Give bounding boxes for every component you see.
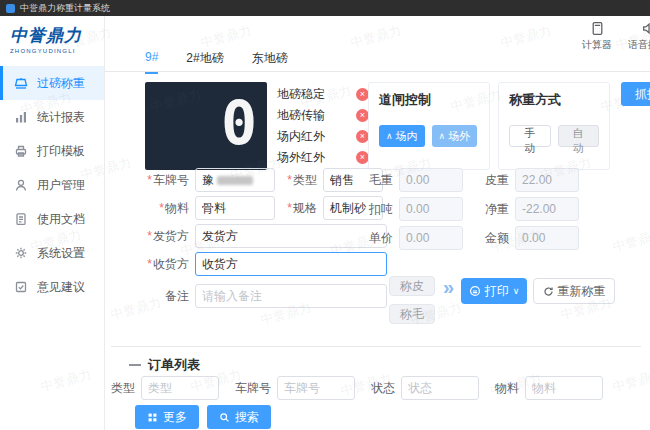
remark-input[interactable] xyxy=(195,284,387,308)
weight-values-panel: 毛重 0.00 皮重 22.00 扣吨 0.00 净重 -22.00 单价 0.… xyxy=(367,168,617,358)
weigh-gross-button[interactable]: 称毛 xyxy=(389,304,435,324)
print-icon xyxy=(469,285,481,297)
collapse-dash-icon[interactable] xyxy=(129,364,141,366)
sidebar-item-print-templates[interactable]: 打印模板 xyxy=(0,134,104,168)
device-status-list: 地磅稳定 × 地磅传输 × 场内红外 × 场外红外 × xyxy=(277,84,369,168)
feedback-icon xyxy=(14,280,28,294)
plate-masked-text xyxy=(217,176,253,185)
status-row-inside-infrared: 场内红外 × xyxy=(277,126,369,147)
sidebar-item-docs[interactable]: 使用文档 xyxy=(0,202,104,236)
calculator-tool[interactable]: 计算器 xyxy=(582,21,612,52)
weight-led-display: 0 xyxy=(145,82,267,170)
sidebar-menu: 过磅称重 统计报表 打印模板 用户管理 使用文档 系统设置 xyxy=(0,66,104,304)
gate-outside-button[interactable]: ∧ 场外 xyxy=(432,125,478,147)
weigh-mode-title: 称重方式 xyxy=(509,91,599,109)
price-value: 0.00 xyxy=(399,226,463,250)
sidebar-item-weighing[interactable]: 过磅称重 xyxy=(0,66,104,100)
window-title: 中誉鼎力称重计量系统 xyxy=(20,2,110,15)
spec-label: *规格 xyxy=(277,200,323,217)
gate-control-panel: 道闸控制 ∧ 场内 ∧ 场外 xyxy=(368,82,490,170)
orders-filters: 类型 车牌号 状态 物料 xyxy=(111,376,619,400)
orders-title: 订单列表 xyxy=(148,356,200,374)
status-row-scale-stable: 地磅稳定 × xyxy=(277,84,369,105)
filter-type-input[interactable] xyxy=(141,376,219,400)
brand-name: 中誉鼎力 xyxy=(10,24,96,47)
material-label: *物料 xyxy=(135,200,195,217)
more-button[interactable]: 更多 xyxy=(135,405,199,429)
amount-label: 金额 xyxy=(481,230,515,247)
double-chevron-icon: » xyxy=(443,276,454,299)
sidebar-item-label: 统计报表 xyxy=(37,109,85,126)
caret-down-icon: ∨ xyxy=(513,286,520,296)
chevron-up-icon: ∧ xyxy=(439,131,446,141)
plate-input[interactable]: 豫 xyxy=(195,168,275,192)
scale-icon xyxy=(14,76,28,90)
manual-mode-button[interactable]: 手动 xyxy=(509,125,551,147)
sidebar-item-reports[interactable]: 统计报表 xyxy=(0,100,104,134)
sidebar-item-user-management[interactable]: 用户管理 xyxy=(0,168,104,202)
filter-plate-input[interactable] xyxy=(277,376,355,400)
weigh-tare-button[interactable]: 称皮 xyxy=(389,276,435,296)
status-row-outside-infrared: 场外红外 × xyxy=(277,147,369,168)
main-content: 计算器 语音播报 9# 2#地磅 东地磅 0 地磅稳定 × 地磅传输 xyxy=(105,16,650,430)
orders-header: 订单列表 xyxy=(129,356,200,374)
deduct-label: 扣吨 xyxy=(367,201,399,218)
user-icon xyxy=(14,178,28,192)
sidebar-item-label: 打印模板 xyxy=(37,143,85,160)
type-label: *类型 xyxy=(277,172,323,189)
filter-plate: 车牌号 xyxy=(235,376,355,400)
brand-subtitle: ZHONGYUDINGLI xyxy=(10,48,96,54)
net-label: 净重 xyxy=(481,201,515,218)
sender-input[interactable] xyxy=(195,224,387,248)
gate-inside-button[interactable]: ∧ 场内 xyxy=(379,125,425,147)
filter-status: 状态 xyxy=(371,376,479,400)
tabs-divider xyxy=(105,71,650,72)
sidebar-item-label: 用户管理 xyxy=(37,177,85,194)
status-row-scale-transfer: 地磅传输 × xyxy=(277,105,369,126)
receiver-label: *收货方 xyxy=(135,256,195,273)
app-logo-icon xyxy=(6,4,15,13)
window-titlebar: 中誉鼎力称重计量系统 xyxy=(0,0,650,16)
amount-value: 0.00 xyxy=(515,226,579,250)
section-divider xyxy=(111,346,641,347)
refresh-icon xyxy=(543,286,554,297)
remark-label: 备注 xyxy=(135,288,195,305)
sidebar-item-label: 过磅称重 xyxy=(37,75,85,92)
tool-label: 语音播报 xyxy=(628,38,650,52)
snapshot-button[interactable]: 抓拍 xyxy=(621,82,650,106)
speaker-icon xyxy=(641,21,650,36)
app-window: 中誉鼎力称重计量系统 中誉鼎力 ZHONGYUDINGLI 过磅称重 统计报表 … xyxy=(0,0,650,430)
auto-mode-button[interactable]: 自动 xyxy=(558,125,600,147)
gross-value: 0.00 xyxy=(399,168,463,192)
filter-status-input[interactable] xyxy=(401,376,479,400)
gate-control-title: 道闸控制 xyxy=(379,91,479,109)
deduct-value: 0.00 xyxy=(399,197,463,221)
sidebar-item-label: 系统设置 xyxy=(37,245,85,262)
chevron-up-icon: ∧ xyxy=(386,131,393,141)
gross-label: 毛重 xyxy=(367,172,399,189)
weigh-mode-panel: 称重方式 手动 自动 xyxy=(498,82,610,170)
sidebar-item-label: 使用文档 xyxy=(37,211,85,228)
sidebar-item-feedback[interactable]: 意见建议 xyxy=(0,270,104,304)
material-input[interactable] xyxy=(195,196,275,220)
gear-icon xyxy=(14,246,28,260)
sidebar-item-label: 意见建议 xyxy=(37,279,85,296)
weight-readout: 0 xyxy=(221,90,257,156)
net-value: -22.00 xyxy=(515,197,579,221)
sidebar-item-settings[interactable]: 系统设置 xyxy=(0,236,104,270)
sidebar: 中誉鼎力 ZHONGYUDINGLI 过磅称重 统计报表 打印模板 用户管理 xyxy=(0,16,105,430)
reweigh-button[interactable]: 重新称重 xyxy=(533,278,615,304)
tool-label: 计算器 xyxy=(582,38,612,52)
bar-chart-icon xyxy=(14,110,28,124)
printer-icon xyxy=(14,144,28,158)
grid-icon xyxy=(147,412,158,423)
header-tools: 计算器 语音播报 xyxy=(582,21,650,52)
filter-material-input[interactable] xyxy=(525,376,603,400)
brand-logo: 中誉鼎力 ZHONGYUDINGLI xyxy=(0,16,104,58)
print-button[interactable]: 打印 ∨ xyxy=(461,278,527,304)
receiver-input[interactable] xyxy=(195,252,387,276)
orders-actions: 更多 搜索 xyxy=(135,405,271,429)
search-button[interactable]: 搜索 xyxy=(207,405,271,429)
voice-broadcast-tool[interactable]: 语音播报 xyxy=(628,21,650,52)
search-icon xyxy=(219,412,230,423)
